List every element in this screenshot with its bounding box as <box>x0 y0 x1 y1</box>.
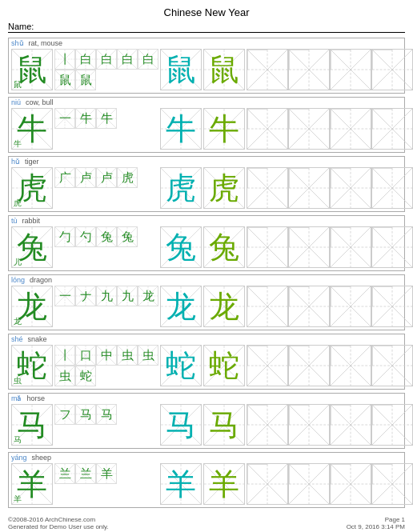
main-char-cell-hu: 虎 虎 <box>11 167 53 209</box>
practice-cell-long-3[interactable] <box>371 286 413 327</box>
stroke-cells-hu: 广 卢 卢 虎 <box>54 167 158 209</box>
practice-cell-long-2[interactable] <box>330 286 371 327</box>
example2-shu: 鼠 <box>203 49 245 90</box>
example1-yang: 羊 <box>160 463 202 505</box>
corner-char-long: 龙 <box>14 318 22 326</box>
corner-char-niu: 牛 <box>14 140 22 148</box>
name-line: Name: <box>8 22 405 33</box>
practice-cells-long <box>247 286 413 327</box>
example1-shu: 鼠 <box>160 49 202 90</box>
practice-cell-tu-0[interactable] <box>247 226 288 268</box>
practice-cell-shu-1[interactable] <box>288 49 330 90</box>
main-char-cell-she: 蛇 虫 <box>11 345 53 386</box>
row-header-niu: niú cow, bull <box>9 98 404 106</box>
cells-area-yang: 羊 羊 兰 兰 羊 <box>9 462 404 507</box>
practice-cell-yang-3[interactable] <box>371 463 413 505</box>
practice-cell-yang-0[interactable] <box>247 463 288 505</box>
practice-cell-hu-1[interactable] <box>288 167 330 209</box>
practice-cell-long-0[interactable] <box>247 286 288 327</box>
practice-cell-yang-1[interactable] <box>288 463 330 505</box>
example-chars-niu: 牛 牛 <box>160 108 245 150</box>
name-label: Name: <box>8 22 34 31</box>
practice-cell-shu-0[interactable] <box>247 49 288 90</box>
example2-hu: 虎 <box>203 167 245 209</box>
example1-she: 蛇 <box>160 345 202 386</box>
practice-cell-niu-2[interactable] <box>330 108 371 150</box>
stroke-cell-she-3: 虫 <box>117 345 138 366</box>
practice-cells-yang <box>247 463 413 505</box>
practice-cells-shu <box>247 49 413 90</box>
meaning-ma: horse <box>27 394 46 402</box>
practice-cell-she-2[interactable] <box>330 345 371 386</box>
practice-cell-she-0[interactable] <box>247 345 288 386</box>
stroke-cell-tu-0: 勹 <box>54 226 75 247</box>
pinyin-yang: yáng <box>11 454 27 462</box>
practice-cell-niu-3[interactable] <box>371 108 413 150</box>
practice-cell-niu-0[interactable] <box>247 108 288 150</box>
practice-cell-ma-0[interactable] <box>247 404 288 446</box>
stroke-cells-ma: フ 马 马 <box>54 404 158 446</box>
stroke-cell-shu-3: 白 <box>117 49 138 70</box>
cells-area-tu: 兔 儿 勹 勺 兔 <box>9 225 404 270</box>
pinyin-tu: tù <box>11 217 18 225</box>
practice-cell-yang-2[interactable] <box>330 463 371 505</box>
stroke-cell-long-3: 九 <box>117 286 138 306</box>
row-header-yang: yáng sheep <box>9 453 404 462</box>
cells-area-hu: 虎 虎 广 卢 卢 <box>9 166 404 211</box>
practice-cell-she-3[interactable] <box>371 345 413 386</box>
practice-cells-niu <box>247 108 413 150</box>
footer-right: Page 1 Oct 9, 2016 3:14 PM <box>347 516 405 530</box>
practice-cell-tu-2[interactable] <box>330 226 371 268</box>
example-chars-tu: 兔 兔 <box>160 226 245 268</box>
practice-cell-ma-3[interactable] <box>371 404 413 446</box>
stroke-cell-long-1: ナ <box>75 286 96 306</box>
stroke-cell-hu-1: 卢 <box>75 167 96 188</box>
corner-char-shu: 鼠 <box>14 81 22 89</box>
corner-char-ma: 马 <box>14 436 22 444</box>
practice-cell-tu-1[interactable] <box>288 226 330 268</box>
row-header-hu: hǔ tiger <box>9 157 404 166</box>
stroke-cell-long-2: 九 <box>96 286 117 306</box>
stroke-cell-hu-3: 虎 <box>117 167 138 188</box>
pinyin-shu: shǔ <box>11 39 24 47</box>
practice-cell-shu-2[interactable] <box>330 49 371 90</box>
stroke-cells-she: 丨 口 中 虫 <box>54 345 158 386</box>
practice-cell-hu-0[interactable] <box>247 167 288 209</box>
pinyin-long: lóng <box>11 276 25 284</box>
stroke-cell-she-4: 虫 <box>138 345 158 366</box>
stroke-cell-niu-2: 牛 <box>96 108 117 129</box>
stroke-cell-shu-1: 白 <box>75 49 96 70</box>
example2-ma: 马 <box>203 404 245 446</box>
practice-cell-she-1[interactable] <box>288 345 330 386</box>
main-char-cell-ma: 马 马 <box>11 404 53 446</box>
row-header-ma: mǎ horse <box>9 394 404 402</box>
practice-cell-tu-3[interactable] <box>371 226 413 268</box>
example1-long: 龙 <box>160 286 202 327</box>
practice-cell-ma-2[interactable] <box>330 404 371 446</box>
stroke-cell-ma-2: 马 <box>96 404 117 425</box>
practice-cell-long-1[interactable] <box>288 286 330 327</box>
example1-tu: 兔 <box>160 226 202 268</box>
practice-cell-ma-1[interactable] <box>288 404 330 446</box>
stroke-cells-long: 一 ナ 九 九 <box>54 286 158 327</box>
char-row-she: shé snake 蛇 虫 丨 <box>8 334 405 390</box>
stroke-cell-yang-0: 兰 <box>54 463 75 484</box>
char-row-long: lóng dragon 龙 龙 一 <box>8 274 405 330</box>
char-row-shu: shǔ rat, mouse 鼠 鼠 丨 <box>8 38 405 94</box>
practice-cell-hu-3[interactable] <box>371 167 413 209</box>
cells-area-niu: 牛 牛 一 牛 牛 <box>9 106 404 152</box>
example-chars-hu: 虎 虎 <box>160 167 245 209</box>
practice-cell-niu-1[interactable] <box>288 108 330 150</box>
char-row-yang: yáng sheep 羊 羊 兰 <box>8 452 405 508</box>
pinyin-hu: hǔ <box>11 158 20 166</box>
stroke-cell-niu-1: 牛 <box>75 108 96 129</box>
practice-cell-hu-2[interactable] <box>330 167 371 209</box>
example-chars-ma: 马 马 <box>160 404 245 446</box>
practice-cell-shu-3[interactable] <box>371 49 413 90</box>
rows-container: shǔ rat, mouse 鼠 鼠 丨 <box>8 38 405 508</box>
page-title: Chinese New Year <box>8 6 405 18</box>
stroke-cells-niu: 一 牛 牛 <box>54 108 158 150</box>
stroke-cell-she-6: 蛇 <box>75 366 96 386</box>
corner-char-hu: 虎 <box>14 199 22 207</box>
stroke-cell-hu-0: 广 <box>54 167 75 188</box>
